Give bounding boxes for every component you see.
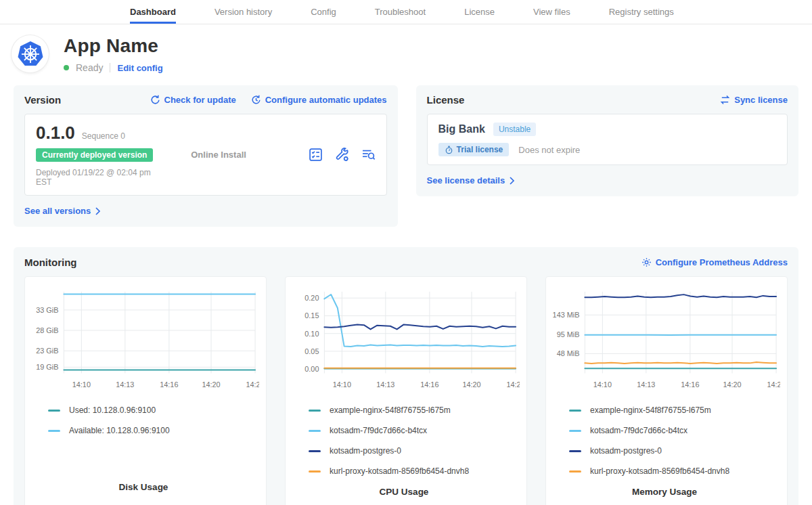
disk-usage-chart-title: Disk Usage xyxy=(28,482,259,496)
legend-label: Used: 10.128.0.96:9100 xyxy=(69,405,156,415)
legend-swatch xyxy=(309,470,321,473)
tab-version-history[interactable]: Version history xyxy=(215,0,272,24)
svg-text:0.20: 0.20 xyxy=(304,294,319,302)
legend-label: example-nginx-54f8f76755-l675m xyxy=(330,405,451,415)
svg-text:0.10: 0.10 xyxy=(304,330,319,338)
svg-text:28 GiB: 28 GiB xyxy=(36,326,58,334)
status-dot xyxy=(64,65,69,70)
legend-item: example-nginx-54f8f76755-l675m xyxy=(309,405,520,415)
legend-item: example-nginx-54f8f76755-l675m xyxy=(569,405,780,415)
svg-text:14:10: 14:10 xyxy=(72,380,91,389)
disk-usage-chart: 19 GiB23 GiB28 GiB33 GiB14:1014:1314:161… xyxy=(28,285,259,393)
legend-item: kotsadm-7f9dc7d66c-b4tcx xyxy=(309,426,520,435)
legend-label: kurl-proxy-kotsadm-8569fb6454-dnvh8 xyxy=(590,466,729,476)
legend-swatch xyxy=(309,450,321,452)
version-card: Version Check for update Configure au xyxy=(14,85,398,227)
check-for-update-link[interactable]: Check for update xyxy=(150,95,236,105)
svg-text:0.15: 0.15 xyxy=(304,311,319,320)
svg-text:14:16: 14:16 xyxy=(681,380,699,389)
cpu-usage-legend: example-nginx-54f8f76755-l675mkotsadm-7f… xyxy=(309,405,520,487)
legend-label: kotsadm-7f9dc7d66c-b4tcx xyxy=(590,426,687,435)
chevron-right-icon xyxy=(509,177,515,185)
legend-item: Used: 10.128.0.96:9100 xyxy=(48,405,259,415)
edit-config-link[interactable]: Edit config xyxy=(117,63,162,73)
memory-usage-legend: example-nginx-54f8f76755-l675mkotsadm-7f… xyxy=(569,405,780,487)
deployed-timestamp: Deployed 01/19/22 @ 02:04 pm EST xyxy=(36,168,166,187)
legend-item: kurl-proxy-kotsadm-8569fb6454-dnvh8 xyxy=(569,466,780,476)
tab-license[interactable]: License xyxy=(464,0,495,24)
tab-troubleshoot[interactable]: Troubleshoot xyxy=(375,0,426,24)
see-license-details-link[interactable]: See license details xyxy=(427,175,516,185)
cpu-usage-chart-card: 0.000.050.100.150.2014:1014:1314:1614:20… xyxy=(285,276,527,505)
version-card-title: Version xyxy=(24,94,61,106)
legend-label: kurl-proxy-kotsadm-8569fb6454-dnvh8 xyxy=(330,466,469,476)
channel-badge: Unstable xyxy=(493,123,536,136)
svg-text:33 GiB: 33 GiB xyxy=(36,306,58,314)
svg-text:23 GiB: 23 GiB xyxy=(36,347,58,355)
legend-item: kotsadm-7f9dc7d66c-b4tcx xyxy=(569,426,780,435)
app-header: App Name Ready Edit config xyxy=(0,24,812,83)
view-deploy-logs-icon[interactable] xyxy=(361,148,376,162)
trial-license-badge: Trial license xyxy=(438,143,510,156)
install-type-label: Online Install xyxy=(166,150,271,160)
svg-text:14:20: 14:20 xyxy=(462,380,480,389)
legend-swatch xyxy=(569,450,581,452)
legend-item: Available: 10.128.0.96:9100 xyxy=(48,426,259,435)
cpu-usage-chart-title: CPU Usage xyxy=(288,487,520,501)
refresh-icon xyxy=(150,95,160,105)
svg-text:14:23: 14:23 xyxy=(246,380,259,389)
divider xyxy=(110,63,110,72)
license-card-title: License xyxy=(427,94,465,106)
memory-usage-chart-title: Memory Usage xyxy=(549,487,780,501)
svg-text:143 MiB: 143 MiB xyxy=(553,311,580,319)
svg-text:14:13: 14:13 xyxy=(637,380,655,389)
schedule-clock-icon xyxy=(251,95,261,105)
configure-automatic-updates-link[interactable]: Configure automatic updates xyxy=(251,95,387,105)
stopwatch-icon xyxy=(445,146,453,154)
svg-text:14:16: 14:16 xyxy=(420,380,438,389)
tab-registry-settings[interactable]: Registry settings xyxy=(609,0,674,24)
svg-text:14:20: 14:20 xyxy=(723,380,741,389)
memory-usage-chart: 48 MiB95 MiB143 MiB14:1014:1314:1614:201… xyxy=(549,285,780,393)
tab-view-files[interactable]: View files xyxy=(533,0,570,24)
legend-label: Available: 10.128.0.96:9100 xyxy=(69,426,170,435)
top-nav: Dashboard Version history Config Trouble… xyxy=(0,0,812,24)
legend-swatch xyxy=(309,430,321,432)
legend-item: kurl-proxy-kotsadm-8569fb6454-dnvh8 xyxy=(309,466,520,476)
tab-dashboard[interactable]: Dashboard xyxy=(130,0,176,24)
legend-label: kotsadm-postgres-0 xyxy=(330,446,401,456)
configure-prometheus-link[interactable]: Configure Prometheus Address xyxy=(641,257,788,267)
license-details-box: Big Bank Unstable Trial license Does not… xyxy=(427,114,788,165)
svg-text:48 MiB: 48 MiB xyxy=(557,349,580,357)
legend-label: kotsadm-postgres-0 xyxy=(590,446,662,456)
preflight-checks-icon[interactable] xyxy=(309,148,323,162)
license-card: License Sync license Big Bank Unstable xyxy=(416,85,798,196)
svg-text:0.05: 0.05 xyxy=(304,347,319,355)
legend-swatch xyxy=(48,410,60,412)
tab-config[interactable]: Config xyxy=(311,0,336,24)
legend-swatch xyxy=(569,430,581,432)
chevron-right-icon xyxy=(95,207,101,215)
see-all-versions-link[interactable]: See all versions xyxy=(24,206,101,216)
license-assignee-name: Big Bank xyxy=(438,123,485,135)
sync-license-link[interactable]: Sync license xyxy=(720,95,788,105)
monitoring-title: Monitoring xyxy=(24,257,76,268)
deployed-version-badge: Currently deployed version xyxy=(36,148,153,162)
kubernetes-logo-icon xyxy=(12,35,49,72)
monitoring-section: Monitoring Configure Prometheus Address … xyxy=(14,247,798,505)
disk-usage-chart-card: 19 GiB23 GiB28 GiB33 GiB14:1014:1314:161… xyxy=(24,276,267,505)
disk-usage-legend: Used: 10.128.0.96:9100Available: 10.128.… xyxy=(48,405,259,446)
gear-icon xyxy=(641,257,652,267)
legend-item: kotsadm-postgres-0 xyxy=(569,446,780,456)
sync-arrows-icon xyxy=(720,95,730,105)
svg-text:14:10: 14:10 xyxy=(593,380,612,389)
edit-config-wrench-icon[interactable] xyxy=(335,148,349,162)
legend-label: example-nginx-54f8f76755-l675m xyxy=(590,405,711,415)
legend-swatch xyxy=(569,410,581,412)
sequence-label: Sequence 0 xyxy=(82,131,125,141)
legend-swatch xyxy=(309,410,321,412)
svg-text:14:23: 14:23 xyxy=(506,380,520,389)
svg-text:14:13: 14:13 xyxy=(376,380,394,389)
legend-label: kotsadm-7f9dc7d66c-b4tcx xyxy=(330,426,427,435)
version-number: 0.1.0 xyxy=(36,123,75,144)
